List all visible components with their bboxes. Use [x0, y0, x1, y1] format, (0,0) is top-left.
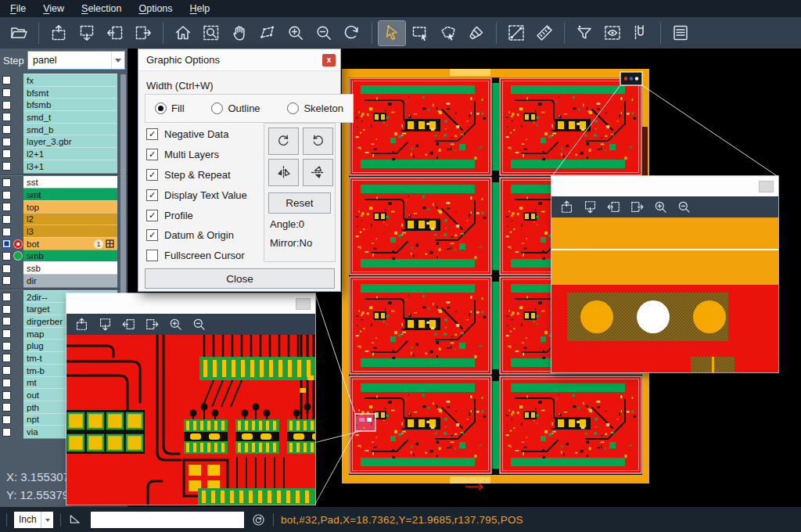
layer-checkbox[interactable]: [2, 101, 11, 110]
checkbox-box[interactable]: ✓: [146, 189, 158, 201]
pan-down-box-button[interactable]: [74, 21, 100, 45]
layer-row-l3[interactable]: l3: [0, 225, 128, 238]
layer-row-smb[interactable]: smb: [0, 250, 128, 263]
magnifier-window-right[interactable]: [551, 176, 778, 372]
magnifier-title-bar[interactable]: [66, 293, 315, 314]
pan-left-box-button[interactable]: [606, 200, 621, 214]
zoom-out-button[interactable]: [311, 21, 337, 45]
layer-checkbox[interactable]: [2, 403, 11, 412]
rotate-ccw-button[interactable]: [303, 128, 333, 155]
layer-row-layer-3-gbr[interactable]: layer_3.gbr: [0, 135, 128, 148]
checkbox-datum-origin[interactable]: ✓Datum & Origin: [146, 225, 247, 246]
radio-circle[interactable]: [287, 102, 299, 114]
layer-row-bot[interactable]: bot1: [0, 238, 128, 250]
checkbox-box[interactable]: ✓: [146, 229, 158, 241]
refresh-icon[interactable]: [251, 512, 266, 527]
zoom-out-button[interactable]: [677, 200, 691, 214]
layer-checkbox[interactable]: [2, 178, 11, 187]
checkbox-multi-layers[interactable]: ✓Multi Layers: [146, 145, 247, 165]
menu-view[interactable]: View: [34, 0, 73, 17]
magnifier-title-bar[interactable]: [551, 176, 778, 196]
radio-outline[interactable]: Outline: [211, 102, 260, 114]
dialog-title-bar[interactable]: Graphic Options x: [138, 49, 340, 71]
radio-skeleton[interactable]: Skeleton: [287, 102, 343, 114]
checkbox-profile[interactable]: ✓Profile: [146, 205, 247, 225]
pan-up-box-button[interactable]: [74, 317, 89, 332]
layer-checkbox[interactable]: [2, 239, 11, 248]
collapse-button[interactable]: [296, 298, 311, 310]
layer-row-ssb[interactable]: ssb: [0, 262, 128, 275]
layer-checkbox[interactable]: [2, 354, 11, 362]
menu-help[interactable]: Help: [181, 0, 219, 17]
checkbox-negative-data[interactable]: ✓Negative Data: [146, 124, 247, 145]
zoom-in-button[interactable]: [653, 200, 668, 214]
layer-list-button[interactable]: [667, 21, 694, 45]
layer-row-l2-1[interactable]: l2+1: [0, 148, 128, 160]
poly-select-button[interactable]: [435, 21, 462, 45]
layer-checkbox[interactable]: [2, 88, 11, 97]
magnifier-window-left[interactable]: [66, 293, 315, 505]
layer-row-l2[interactable]: l2: [0, 214, 128, 226]
pan-right-box-button[interactable]: [130, 21, 156, 45]
checkbox-fullscreen-cursor[interactable]: Fullscreen Cursor: [146, 246, 247, 266]
pan-down-box-button[interactable]: [98, 317, 113, 332]
checkbox-box[interactable]: [146, 250, 158, 261]
filter-funnel-button[interactable]: [571, 21, 598, 45]
checkbox-box[interactable]: ✓: [146, 128, 158, 140]
layer-checkbox[interactable]: [2, 379, 11, 387]
layer-checkbox[interactable]: [2, 76, 11, 84]
rotate-cw-button[interactable]: [268, 128, 299, 155]
layer-row-sst[interactable]: sst: [0, 177, 128, 189]
home-button[interactable]: [170, 21, 196, 45]
layer-checkbox[interactable]: [2, 415, 11, 424]
layer-checkbox[interactable]: [2, 113, 11, 121]
layer-checkbox[interactable]: [2, 264, 11, 273]
flip-h-button[interactable]: [268, 159, 299, 186]
collapse-button[interactable]: [759, 181, 774, 192]
close-button[interactable]: Close: [145, 268, 335, 289]
pan-up-box-button[interactable]: [559, 200, 574, 214]
measure-line-button[interactable]: [503, 21, 530, 45]
layer-checkbox[interactable]: [2, 203, 11, 211]
layer-checkbox[interactable]: [2, 317, 11, 325]
clean-brush-button[interactable]: [463, 21, 490, 45]
zoom-in-button[interactable]: [282, 21, 309, 45]
menu-file[interactable]: File: [2, 0, 34, 17]
zoom-out-button[interactable]: [192, 317, 207, 332]
radio-fill[interactable]: Fill: [155, 102, 185, 114]
unit-select[interactable]: Inch: [14, 512, 53, 528]
select-cursor-button[interactable]: [379, 21, 405, 45]
pan-hand-button[interactable]: [226, 21, 253, 45]
close-icon[interactable]: x: [322, 54, 336, 66]
pan-right-box-button[interactable]: [145, 317, 160, 332]
layer-checkbox[interactable]: [2, 276, 11, 285]
radio-circle[interactable]: [155, 102, 167, 114]
checkbox-box[interactable]: ✓: [146, 169, 158, 181]
checkbox-step-repeat[interactable]: ✓Step & Repeat: [146, 165, 247, 185]
menu-options[interactable]: Options: [130, 0, 181, 17]
layer-checkbox[interactable]: [2, 252, 11, 261]
view-eye-button[interactable]: [599, 21, 626, 45]
layer-checkbox[interactable]: [2, 191, 11, 200]
layer-checkbox[interactable]: [2, 293, 11, 301]
layer-checkbox[interactable]: [2, 228, 11, 236]
layer-checkbox[interactable]: [2, 329, 11, 338]
layer-row-smd-b[interactable]: smd_b: [0, 124, 128, 136]
step-select[interactable]: panel: [27, 51, 125, 70]
pan-up-box-button[interactable]: [45, 21, 72, 45]
zoom-previous-button[interactable]: [339, 21, 365, 45]
layer-checkbox[interactable]: [2, 162, 11, 171]
layer-row-l3-1[interactable]: l3+1: [0, 160, 128, 173]
folder-open-button[interactable]: [5, 21, 32, 45]
radio-circle[interactable]: [211, 102, 223, 114]
layer-checkbox[interactable]: [2, 305, 11, 314]
checkbox-display-text-value[interactable]: ✓Display Text Value: [146, 185, 247, 205]
layer-row-smt[interactable]: smt: [0, 189, 128, 201]
layer-checkbox[interactable]: [2, 149, 11, 158]
pan-down-box-button[interactable]: [583, 200, 598, 214]
layer-checkbox[interactable]: [2, 125, 11, 134]
snap-magnet-button[interactable]: [627, 21, 654, 45]
layer-row-top[interactable]: top: [0, 201, 128, 214]
layer-row-fx[interactable]: fx: [0, 74, 128, 87]
angle-mode-icon[interactable]: [68, 512, 84, 527]
